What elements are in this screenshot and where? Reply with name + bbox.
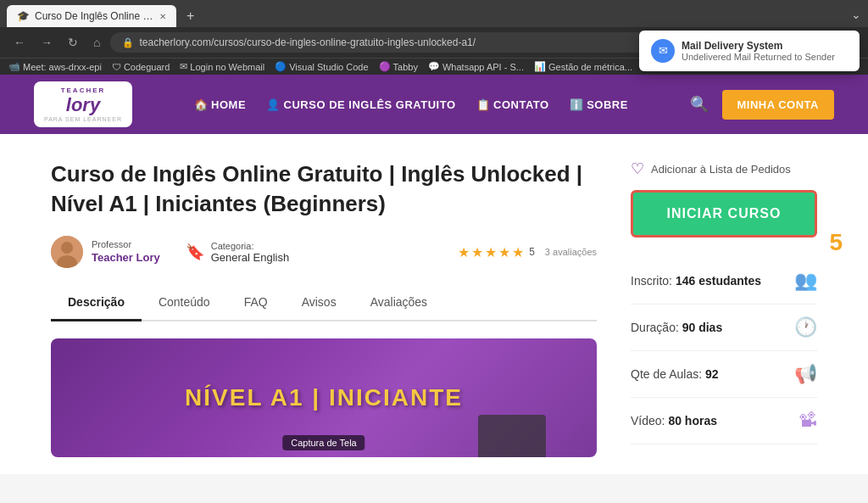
screenshot-label: Captura de Tela (282, 435, 364, 450)
tab-faq[interactable]: FAQ (227, 285, 285, 321)
sidebar-stat-duracao: Duração: 90 dias 🕐 (631, 305, 817, 351)
lock-icon: 🔒 (122, 37, 134, 48)
course-image: NÍVEL A1 | INICIANTE Captura de Tela (51, 338, 597, 457)
tab-avaliacoes[interactable]: Avaliações (353, 285, 444, 321)
professor-info: Professor Teacher Lory (51, 236, 160, 268)
forward-button[interactable]: → (36, 33, 58, 52)
video-icon: 📽 (798, 410, 817, 432)
inscrito-text: Inscrito: 146 estudantes (631, 274, 761, 288)
tab-descricao[interactable]: Descrição (51, 285, 142, 321)
professor-avatar (51, 236, 83, 268)
bookmark-2[interactable]: 🛡 Codeguard (112, 62, 170, 72)
course-meta: Professor Teacher Lory 🔖 Categoria: Gene… (51, 236, 597, 268)
inscrito-value: 146 estudantes (676, 274, 761, 288)
star-rating: ★ ★ ★ ★ ★ (458, 244, 524, 260)
users-icon: 👥 (794, 270, 817, 292)
professor-name-link[interactable]: Teacher Lory (92, 251, 160, 264)
rating-count: 5 (529, 246, 535, 258)
logo-lory: lory (66, 94, 100, 116)
bookmark-6[interactable]: 💬 Whatsapp API - S... (428, 61, 524, 72)
back-button[interactable]: ← (8, 33, 31, 52)
sidebar-stats: Inscrito: 146 estudantes 👥 Duração: 90 d… (631, 258, 817, 444)
tab-avisos[interactable]: Avisos (285, 285, 353, 321)
url-text: teacherlory.com/cursos/curso-de-ingles-o… (139, 36, 476, 48)
video-value: 80 horas (668, 414, 717, 428)
sidebar-stat-video: Vídeo: 80 horas 📽 (631, 398, 817, 444)
new-tab-button[interactable]: + (180, 5, 201, 27)
sidebar-stat-inscrito: Inscrito: 146 estudantes 👥 (631, 258, 817, 305)
rating-number-display: 5 (829, 229, 843, 256)
course-title: Curso de Inglês Online Gratuito | Inglês… (51, 159, 597, 219)
contato-nav-icon: 📋 (476, 98, 491, 111)
star-4: ★ (498, 244, 510, 260)
aulas-value: 92 (705, 367, 719, 381)
tab-close-btn[interactable]: ✕ (159, 12, 166, 21)
megaphone-icon: 📢 (794, 363, 817, 385)
notification-popup: ✉ Mail Delivery System Undelivered Mail … (639, 31, 860, 71)
logo-teacher: TEACHER (61, 87, 106, 94)
header-actions: 🔍 MINHA CONTA (690, 90, 835, 120)
search-button[interactable]: 🔍 (690, 95, 709, 114)
home-nav-icon: 🏠 (194, 98, 209, 111)
duracao-value: 90 dias (682, 321, 722, 334)
tab-favicon: 🎓 (17, 10, 30, 22)
logo-sub: PARA SEM LEARNEER (44, 116, 122, 122)
nav-contato[interactable]: 📋 CONTATO (476, 98, 549, 111)
star-3: ★ (485, 244, 497, 260)
iniciar-curso-button[interactable]: INICIAR CURSO (631, 190, 817, 238)
clock-icon: 🕐 (794, 316, 817, 338)
bookmark-3[interactable]: ✉ Login no Webmail (180, 61, 264, 72)
category-label: Categoria: (211, 241, 290, 251)
aulas-text: Qte de Aulas: 92 (631, 367, 719, 381)
main-nav: 🏠 HOME 👤 CURSO DE INGLÊS GRATUITO 📋 CONT… (194, 98, 628, 111)
course-tabs: Descrição Conteúdo FAQ Avisos Avaliações (51, 285, 597, 321)
bookmark-icon: 🔖 (186, 243, 204, 261)
tab-title: Curso De Inglês Online Gratuit... (35, 10, 154, 22)
sidebar-stat-aulas: Qte de Aulas: 92 📢 (631, 351, 817, 398)
tab-list-icon: ⌄ (851, 8, 861, 21)
curso-nav-icon: 👤 (266, 98, 281, 111)
tab-conteudo[interactable]: Conteúdo (142, 285, 227, 321)
bookmark-4[interactable]: 🔵 Visual Studio Code (275, 61, 368, 72)
video-text: Vídeo: 80 horas (631, 414, 717, 428)
notification-sender: Mail Delivery System (682, 40, 835, 52)
reload-button[interactable]: ↻ (63, 33, 83, 52)
home-button[interactable]: ⌂ (88, 33, 105, 52)
professor-label: Professor (92, 239, 160, 249)
wishlist-label: Adicionar à Lista de Pedidos (651, 163, 791, 176)
nav-sobre[interactable]: ℹ️ SOBRE (570, 98, 628, 111)
nav-home[interactable]: 🏠 HOME (194, 98, 247, 111)
star-5: ★ (512, 244, 524, 260)
rating-label: 3 avaliações (545, 247, 597, 257)
tablet-graphic (478, 415, 546, 457)
site-header: TEACHER lory PARA SEM LEARNEER 🏠 HOME 👤 … (0, 75, 868, 134)
star-2: ★ (471, 244, 483, 260)
duracao-text: Duração: 90 dias (631, 321, 722, 334)
bookmark-5[interactable]: 🟣 Tabby (379, 61, 418, 72)
course-image-title: NÍVEL A1 | INICIANTE (185, 384, 463, 411)
rating-area: ★ ★ ★ ★ ★ 5 3 avaliações (458, 244, 597, 260)
heart-icon: ♡ (631, 159, 644, 178)
svg-point-1 (61, 242, 73, 254)
notification-message: Undelivered Mail Returned to Sender (682, 52, 835, 62)
sobre-nav-icon: ℹ️ (570, 98, 584, 111)
mail-icon: ✉ (651, 39, 675, 63)
wishlist-link[interactable]: ♡ Adicionar à Lista de Pedidos (631, 159, 817, 178)
nav-curso[interactable]: 👤 CURSO DE INGLÊS GRATUITO (266, 98, 455, 111)
course-sidebar: ♡ Adicionar à Lista de Pedidos INICIAR C… (631, 159, 817, 457)
logo[interactable]: TEACHER lory PARA SEM LEARNEER (34, 81, 132, 127)
category-info: 🔖 Categoria: General English (186, 241, 290, 264)
star-1: ★ (458, 244, 470, 260)
browser-tab[interactable]: 🎓 Curso De Inglês Online Gratuit... ✕ (7, 5, 176, 27)
bookmark-1[interactable]: 📹 Meet: aws-drxx-epi (8, 61, 102, 72)
minha-conta-button[interactable]: MINHA CONTA (722, 90, 835, 120)
category-name: General English (211, 251, 290, 264)
bookmark-7[interactable]: 📊 Gestão de métrica... (534, 61, 632, 72)
